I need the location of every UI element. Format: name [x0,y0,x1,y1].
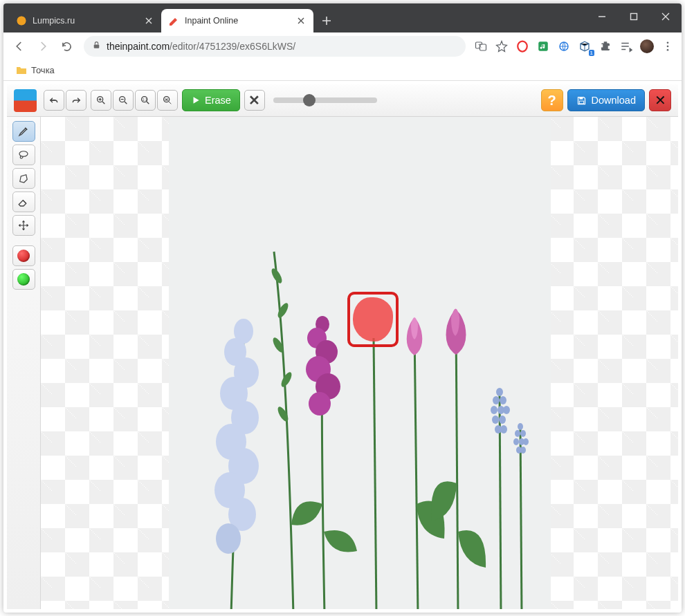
help-button[interactable]: ? [541,89,563,111]
inpaint-app: 1:1 Erase ✕ ? Download ✕ [7,84,678,609]
maximize-button[interactable] [618,3,650,30]
svg-rect-1 [94,44,100,48]
svg-text:1:1: 1:1 [143,98,147,102]
marker-tool[interactable] [12,121,35,142]
lasso-tool[interactable] [12,144,35,165]
zoom-in-button[interactable] [91,90,111,111]
brush-size-slider[interactable] [273,94,377,106]
svg-point-58 [520,447,526,454]
download-button[interactable]: Download [567,89,646,111]
svg-text:文: 文 [478,43,482,48]
ext-globe-icon[interactable] [556,38,572,55]
play-icon [191,95,201,105]
avatar-icon[interactable] [639,38,655,55]
translate-icon[interactable]: 文 [473,38,489,55]
url-text: theinpaint.com/editor/4751239/ex6S6LkWS/ [107,41,295,52]
extension-icons: 文 1 [473,38,676,55]
zoom-out-button[interactable] [113,90,134,111]
folder-icon [16,65,27,76]
mask-green-button[interactable] [12,269,35,290]
polygon-tool[interactable] [12,168,35,189]
back-button[interactable] [9,36,30,57]
svg-point-40 [309,392,331,416]
svg-rect-6 [538,41,548,51]
address-bar: theinpaint.com/editor/4751239/ex6S6LkWS/… [3,32,682,60]
undo-redo-group [44,90,86,111]
close-app-button[interactable]: ✕ [649,89,671,111]
svg-point-9 [667,46,669,48]
svg-point-42 [493,396,500,404]
ext-cube-icon[interactable]: 1 [576,38,593,55]
zoom-actual-button[interactable]: 1:1 [135,90,156,111]
redo-button[interactable] [66,90,86,111]
tab-inpaint[interactable]: Inpaint Online [161,9,313,32]
zoom-group: 1:1 [91,90,178,111]
bookmark-tochka[interactable]: Точка [10,63,60,78]
tab-close-icon[interactable] [143,15,154,26]
window-controls [586,3,682,30]
flowers-illustration [169,117,551,609]
undo-button[interactable] [44,90,64,111]
menu-icon[interactable] [659,38,676,55]
tab-title: Inpaint Online [185,16,291,26]
svg-point-18 [19,151,28,157]
app-logo [14,89,37,112]
bookmark-label: Точка [31,65,55,75]
svg-point-51 [518,423,523,430]
canvas-area[interactable] [41,117,678,609]
svg-point-5 [518,41,527,52]
svg-point-44 [491,406,497,414]
eraser-tool[interactable] [12,192,35,212]
side-toolbar [7,117,41,609]
favicon-inpaint [168,15,179,26]
svg-rect-0 [631,14,637,20]
bookmarks-bar: Точка [3,60,682,81]
slider-thumb[interactable] [303,94,316,106]
photo [169,117,551,609]
erase-button[interactable]: Erase [182,89,240,111]
svg-point-52 [515,430,520,437]
playlist-icon[interactable] [618,38,634,55]
mask-red-button[interactable] [12,245,35,266]
zoom-fit-button[interactable] [157,90,178,111]
svg-point-48 [499,416,506,424]
red-dot-icon [17,250,30,262]
star-icon[interactable] [493,38,510,55]
new-tab-button[interactable] [318,12,336,30]
svg-rect-16 [579,97,583,99]
svg-point-47 [492,416,499,424]
svg-rect-17 [579,101,583,104]
minimize-button[interactable] [586,3,618,30]
svg-point-50 [500,425,507,433]
close-window-button[interactable] [650,3,682,30]
tab-lumpics[interactable]: Lumpics.ru [9,9,161,32]
extensions-icon[interactable] [597,38,614,55]
svg-point-43 [500,396,506,404]
mask-highlight [347,292,399,347]
favicon-lumpics [16,15,27,26]
move-tool[interactable] [12,215,35,236]
forward-button[interactable] [33,36,53,57]
ext-music-icon[interactable] [535,38,551,55]
mask-blob [353,297,393,342]
reload-button[interactable] [56,36,77,57]
svg-point-41 [496,388,503,396]
svg-point-53 [520,430,526,437]
ext-opera-icon[interactable] [514,38,531,55]
download-label: Download [592,95,637,106]
save-icon [576,95,587,106]
url-field[interactable]: theinpaint.com/editor/4751239/ex6S6LkWS/ [84,36,466,57]
tab-close-icon[interactable] [295,15,307,26]
svg-point-29 [216,523,241,554]
svg-point-54 [513,438,519,445]
app-body [7,117,678,609]
svg-point-8 [667,41,669,44]
browser-titlebar: Lumpics.ru Inpaint Online [3,3,682,32]
green-dot-icon [17,273,30,286]
svg-point-46 [503,406,510,414]
erase-label: Erase [205,95,231,106]
lock-icon [92,41,101,52]
clear-mask-button[interactable]: ✕ [244,90,265,111]
app-toolbar: 1:1 Erase ✕ ? Download ✕ [7,84,678,117]
slider-track [273,97,377,103]
